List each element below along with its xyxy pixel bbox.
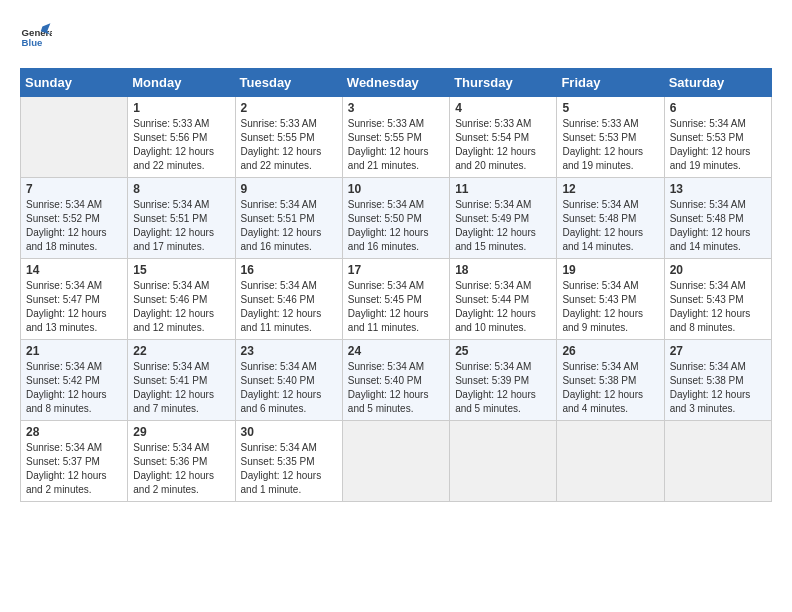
day-number: 25 xyxy=(455,344,551,358)
day-number: 2 xyxy=(241,101,337,115)
cell-info: Sunrise: 5:33 AMSunset: 5:55 PMDaylight:… xyxy=(348,117,444,173)
cell-info: Sunrise: 5:34 AMSunset: 5:43 PMDaylight:… xyxy=(562,279,658,335)
day-number: 18 xyxy=(455,263,551,277)
cell-info: Sunrise: 5:34 AMSunset: 5:48 PMDaylight:… xyxy=(670,198,766,254)
cell-info: Sunrise: 5:34 AMSunset: 5:38 PMDaylight:… xyxy=(562,360,658,416)
calendar-cell xyxy=(557,421,664,502)
cell-info: Sunrise: 5:34 AMSunset: 5:48 PMDaylight:… xyxy=(562,198,658,254)
calendar-cell: 20 Sunrise: 5:34 AMSunset: 5:43 PMDaylig… xyxy=(664,259,771,340)
day-number: 12 xyxy=(562,182,658,196)
day-number: 6 xyxy=(670,101,766,115)
calendar-cell: 25 Sunrise: 5:34 AMSunset: 5:39 PMDaylig… xyxy=(450,340,557,421)
cell-info: Sunrise: 5:34 AMSunset: 5:46 PMDaylight:… xyxy=(133,279,229,335)
calendar-cell xyxy=(450,421,557,502)
cell-info: Sunrise: 5:34 AMSunset: 5:43 PMDaylight:… xyxy=(670,279,766,335)
calendar-cell: 19 Sunrise: 5:34 AMSunset: 5:43 PMDaylig… xyxy=(557,259,664,340)
calendar-cell: 30 Sunrise: 5:34 AMSunset: 5:35 PMDaylig… xyxy=(235,421,342,502)
cell-info: Sunrise: 5:34 AMSunset: 5:40 PMDaylight:… xyxy=(348,360,444,416)
svg-text:Blue: Blue xyxy=(22,37,43,48)
cell-info: Sunrise: 5:33 AMSunset: 5:53 PMDaylight:… xyxy=(562,117,658,173)
cell-info: Sunrise: 5:34 AMSunset: 5:52 PMDaylight:… xyxy=(26,198,122,254)
day-number: 11 xyxy=(455,182,551,196)
week-row-4: 21 Sunrise: 5:34 AMSunset: 5:42 PMDaylig… xyxy=(21,340,772,421)
calendar-cell: 22 Sunrise: 5:34 AMSunset: 5:41 PMDaylig… xyxy=(128,340,235,421)
calendar-cell: 9 Sunrise: 5:34 AMSunset: 5:51 PMDayligh… xyxy=(235,178,342,259)
calendar-cell: 28 Sunrise: 5:34 AMSunset: 5:37 PMDaylig… xyxy=(21,421,128,502)
cell-info: Sunrise: 5:34 AMSunset: 5:49 PMDaylight:… xyxy=(455,198,551,254)
day-number: 14 xyxy=(26,263,122,277)
column-header-saturday: Saturday xyxy=(664,69,771,97)
calendar-cell: 2 Sunrise: 5:33 AMSunset: 5:55 PMDayligh… xyxy=(235,97,342,178)
cell-info: Sunrise: 5:34 AMSunset: 5:45 PMDaylight:… xyxy=(348,279,444,335)
calendar-cell: 12 Sunrise: 5:34 AMSunset: 5:48 PMDaylig… xyxy=(557,178,664,259)
column-header-wednesday: Wednesday xyxy=(342,69,449,97)
cell-info: Sunrise: 5:34 AMSunset: 5:35 PMDaylight:… xyxy=(241,441,337,497)
calendar-table: SundayMondayTuesdayWednesdayThursdayFrid… xyxy=(20,68,772,502)
cell-info: Sunrise: 5:34 AMSunset: 5:38 PMDaylight:… xyxy=(670,360,766,416)
cell-info: Sunrise: 5:34 AMSunset: 5:51 PMDaylight:… xyxy=(241,198,337,254)
day-number: 5 xyxy=(562,101,658,115)
cell-info: Sunrise: 5:34 AMSunset: 5:36 PMDaylight:… xyxy=(133,441,229,497)
day-number: 1 xyxy=(133,101,229,115)
calendar-cell: 17 Sunrise: 5:34 AMSunset: 5:45 PMDaylig… xyxy=(342,259,449,340)
calendar-cell: 1 Sunrise: 5:33 AMSunset: 5:56 PMDayligh… xyxy=(128,97,235,178)
calendar-cell: 27 Sunrise: 5:34 AMSunset: 5:38 PMDaylig… xyxy=(664,340,771,421)
cell-info: Sunrise: 5:34 AMSunset: 5:53 PMDaylight:… xyxy=(670,117,766,173)
cell-info: Sunrise: 5:34 AMSunset: 5:51 PMDaylight:… xyxy=(133,198,229,254)
day-number: 4 xyxy=(455,101,551,115)
day-number: 24 xyxy=(348,344,444,358)
column-header-tuesday: Tuesday xyxy=(235,69,342,97)
week-row-1: 1 Sunrise: 5:33 AMSunset: 5:56 PMDayligh… xyxy=(21,97,772,178)
day-number: 23 xyxy=(241,344,337,358)
calendar-cell: 15 Sunrise: 5:34 AMSunset: 5:46 PMDaylig… xyxy=(128,259,235,340)
column-header-monday: Monday xyxy=(128,69,235,97)
calendar-cell: 6 Sunrise: 5:34 AMSunset: 5:53 PMDayligh… xyxy=(664,97,771,178)
logo: General Blue xyxy=(20,20,52,52)
day-number: 15 xyxy=(133,263,229,277)
day-number: 20 xyxy=(670,263,766,277)
cell-info: Sunrise: 5:34 AMSunset: 5:46 PMDaylight:… xyxy=(241,279,337,335)
calendar-body: 1 Sunrise: 5:33 AMSunset: 5:56 PMDayligh… xyxy=(21,97,772,502)
day-number: 9 xyxy=(241,182,337,196)
calendar-cell: 29 Sunrise: 5:34 AMSunset: 5:36 PMDaylig… xyxy=(128,421,235,502)
calendar-cell: 26 Sunrise: 5:34 AMSunset: 5:38 PMDaylig… xyxy=(557,340,664,421)
cell-info: Sunrise: 5:34 AMSunset: 5:47 PMDaylight:… xyxy=(26,279,122,335)
calendar-cell: 23 Sunrise: 5:34 AMSunset: 5:40 PMDaylig… xyxy=(235,340,342,421)
week-row-2: 7 Sunrise: 5:34 AMSunset: 5:52 PMDayligh… xyxy=(21,178,772,259)
cell-info: Sunrise: 5:34 AMSunset: 5:44 PMDaylight:… xyxy=(455,279,551,335)
day-number: 26 xyxy=(562,344,658,358)
column-header-sunday: Sunday xyxy=(21,69,128,97)
day-number: 19 xyxy=(562,263,658,277)
calendar-cell: 10 Sunrise: 5:34 AMSunset: 5:50 PMDaylig… xyxy=(342,178,449,259)
calendar-cell: 7 Sunrise: 5:34 AMSunset: 5:52 PMDayligh… xyxy=(21,178,128,259)
calendar-cell xyxy=(664,421,771,502)
calendar-cell: 4 Sunrise: 5:33 AMSunset: 5:54 PMDayligh… xyxy=(450,97,557,178)
calendar-cell xyxy=(342,421,449,502)
calendar-cell: 21 Sunrise: 5:34 AMSunset: 5:42 PMDaylig… xyxy=(21,340,128,421)
day-number: 8 xyxy=(133,182,229,196)
cell-info: Sunrise: 5:33 AMSunset: 5:56 PMDaylight:… xyxy=(133,117,229,173)
day-number: 16 xyxy=(241,263,337,277)
page-header: General Blue xyxy=(20,20,772,52)
day-number: 29 xyxy=(133,425,229,439)
calendar-cell: 3 Sunrise: 5:33 AMSunset: 5:55 PMDayligh… xyxy=(342,97,449,178)
day-number: 22 xyxy=(133,344,229,358)
column-header-thursday: Thursday xyxy=(450,69,557,97)
logo-icon: General Blue xyxy=(20,20,52,52)
day-number: 30 xyxy=(241,425,337,439)
calendar-cell: 16 Sunrise: 5:34 AMSunset: 5:46 PMDaylig… xyxy=(235,259,342,340)
day-number: 13 xyxy=(670,182,766,196)
cell-info: Sunrise: 5:34 AMSunset: 5:39 PMDaylight:… xyxy=(455,360,551,416)
cell-info: Sunrise: 5:33 AMSunset: 5:54 PMDaylight:… xyxy=(455,117,551,173)
calendar-header-row: SundayMondayTuesdayWednesdayThursdayFrid… xyxy=(21,69,772,97)
calendar-cell: 5 Sunrise: 5:33 AMSunset: 5:53 PMDayligh… xyxy=(557,97,664,178)
cell-info: Sunrise: 5:33 AMSunset: 5:55 PMDaylight:… xyxy=(241,117,337,173)
calendar-cell: 18 Sunrise: 5:34 AMSunset: 5:44 PMDaylig… xyxy=(450,259,557,340)
day-number: 7 xyxy=(26,182,122,196)
cell-info: Sunrise: 5:34 AMSunset: 5:50 PMDaylight:… xyxy=(348,198,444,254)
column-header-friday: Friday xyxy=(557,69,664,97)
day-number: 28 xyxy=(26,425,122,439)
week-row-3: 14 Sunrise: 5:34 AMSunset: 5:47 PMDaylig… xyxy=(21,259,772,340)
day-number: 3 xyxy=(348,101,444,115)
day-number: 17 xyxy=(348,263,444,277)
